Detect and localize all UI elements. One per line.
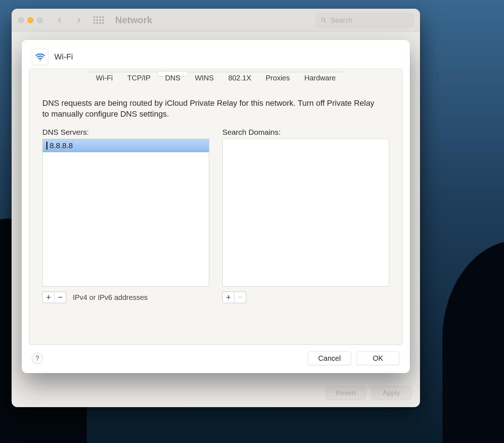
advanced-settings-sheet: Wi-Fi Wi-Fi TCP/IP DNS WINS 802.1X Proxi… [22,40,410,373]
search-domains-list[interactable] [222,139,389,287]
sheet-header: Wi-Fi [22,49,410,69]
interface-name: Wi-Fi [54,52,73,62]
window-title: Network [115,14,152,26]
forward-button[interactable] [71,13,87,28]
minimize-window-button[interactable] [28,17,33,23]
dns-address-hint: IPv4 or IPv6 addresses [73,293,148,302]
cancel-button[interactable]: Cancel [308,351,351,365]
titlebar: Network Search [12,9,420,32]
grid-icon [93,16,104,24]
svg-line-1 [324,21,326,22]
search-icon [320,17,327,24]
tab-proxies[interactable]: Proxies [259,72,297,76]
search-domains-add-remove-group: + − [222,292,246,303]
dns-server-input[interactable] [49,141,205,150]
dns-servers-label: DNS Servers: [42,128,209,137]
minus-icon: − [58,293,63,301]
back-button[interactable] [51,13,67,28]
settings-tabbar: Wi-Fi TCP/IP DNS WINS 802.1X Proxies Har… [88,71,344,73]
zoom-window-button[interactable] [37,17,43,23]
tab-wins[interactable]: WINS [188,72,221,76]
text-caret [46,142,47,150]
revert-button[interactable]: Revert [326,386,366,400]
sheet-footer: ? Cancel OK [22,345,410,373]
dns-add-remove-group: + − [42,292,66,303]
ok-button[interactable]: OK [356,351,400,365]
apply-button[interactable]: Apply [371,386,411,400]
tab-8021x[interactable]: 802.1X [221,72,258,76]
dns-tab-panel: DNS requests are being routed by iCloud … [29,68,403,345]
show-all-prefs-button[interactable] [91,13,106,28]
add-search-domain-button[interactable]: + [223,292,234,303]
add-dns-server-button[interactable]: + [43,292,54,303]
minus-icon: − [238,293,243,301]
close-window-button[interactable] [18,17,24,23]
tab-dns[interactable]: DNS [158,72,188,76]
svg-point-0 [322,18,325,21]
tab-tcpip[interactable]: TCP/IP [120,72,158,76]
desktop-background: Network Search Revert Apply Wi-Fi [0,0,504,443]
remove-dns-server-button[interactable]: − [54,292,66,303]
private-relay-notice: DNS requests are being routed by iCloud … [42,98,383,119]
dns-server-row[interactable] [43,139,209,152]
plus-icon: + [226,293,231,301]
help-button[interactable]: ? [32,353,43,364]
search-placeholder: Search [331,16,352,24]
remove-search-domain-button: − [234,292,246,303]
window-controls [18,17,43,23]
dns-servers-list[interactable] [42,139,209,287]
search-domains-label: Search Domains: [222,128,389,137]
search-field[interactable]: Search [316,13,413,28]
window-footer: Revert Apply [326,386,411,400]
tab-hardware[interactable]: Hardware [297,72,343,76]
plus-icon: + [46,293,51,301]
tab-wifi[interactable]: Wi-Fi [89,72,120,76]
wifi-icon [32,49,49,65]
svg-point-2 [39,59,41,61]
